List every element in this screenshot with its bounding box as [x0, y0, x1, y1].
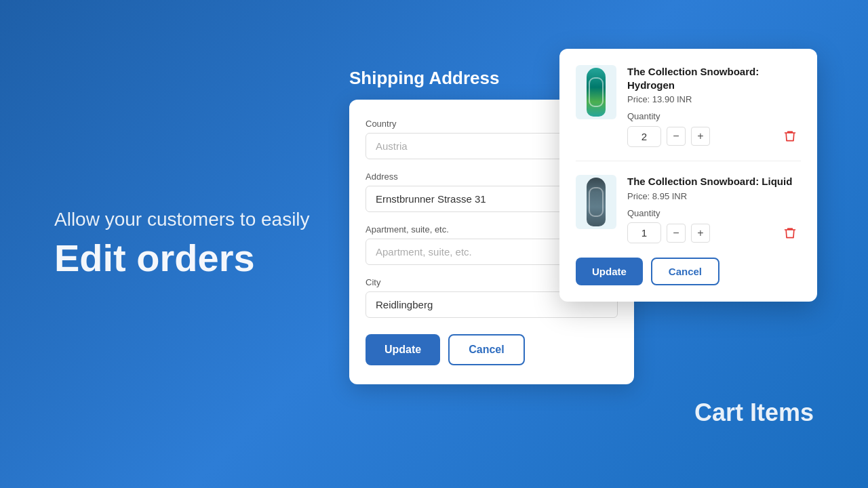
- delete-item-liquid[interactable]: [779, 222, 801, 244]
- quantity-row-liquid: 1 − +: [627, 222, 801, 244]
- cart-cancel-button[interactable]: Cancel: [651, 258, 719, 285]
- product-image-hydrogen: [576, 65, 616, 119]
- shipping-btn-row: Update Cancel: [366, 334, 618, 365]
- bg-text-block: Allow your customers to easily Edit orde…: [54, 209, 310, 280]
- quantity-label-hydrogen: Quantity: [627, 111, 801, 121]
- trash-icon-liquid: [783, 226, 797, 240]
- bg-subtitle: Allow your customers to easily: [54, 209, 310, 230]
- cart-btn-row: Update Cancel: [576, 258, 801, 285]
- snowboard-hydrogen-icon: [587, 68, 606, 117]
- cart-item-hydrogen: The Collection Snowboard: Hydrogen Price…: [576, 65, 801, 161]
- quantity-increase-liquid[interactable]: +: [691, 224, 710, 243]
- bg-title: Edit orders: [54, 236, 310, 280]
- cart-panel: The Collection Snowboard: Hydrogen Price…: [559, 49, 817, 302]
- cart-item-liquid: The Collection Snowboard: Liquid Price: …: [576, 175, 801, 244]
- quantity-decrease-liquid[interactable]: −: [667, 224, 686, 243]
- cart-item-price-liquid: Price: 8.95 INR: [627, 191, 801, 201]
- cart-item-info-liquid: The Collection Snowboard: Liquid Price: …: [627, 175, 801, 244]
- shipping-update-button[interactable]: Update: [366, 334, 440, 365]
- quantity-decrease-hydrogen[interactable]: −: [667, 127, 686, 146]
- cart-item-name-hydrogen: The Collection Snowboard: Hydrogen: [627, 65, 801, 92]
- delete-item-hydrogen[interactable]: [779, 125, 801, 147]
- trash-icon: [783, 129, 797, 143]
- cart-update-button[interactable]: Update: [576, 258, 643, 285]
- shipping-cancel-button[interactable]: Cancel: [448, 334, 524, 365]
- quantity-value-hydrogen: 2: [627, 126, 661, 147]
- quantity-label-liquid: Quantity: [627, 208, 801, 218]
- cart-item-info-hydrogen: The Collection Snowboard: Hydrogen Price…: [627, 65, 801, 147]
- cart-items-label: Cart Items: [694, 399, 814, 427]
- snowboard-liquid-icon: [587, 178, 606, 226]
- cart-item-name-liquid: The Collection Snowboard: Liquid: [627, 175, 801, 188]
- quantity-value-liquid: 1: [627, 222, 661, 243]
- quantity-row-hydrogen: 2 − +: [627, 125, 801, 147]
- product-image-liquid: [576, 175, 616, 229]
- cart-item-price-hydrogen: Price: 13.90 INR: [627, 94, 801, 104]
- quantity-increase-hydrogen[interactable]: +: [691, 127, 710, 146]
